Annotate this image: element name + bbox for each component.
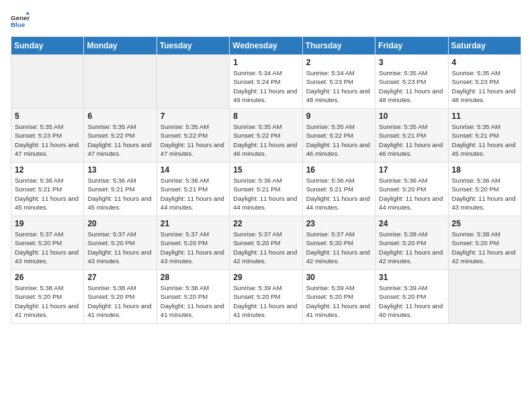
calendar-cell: 18Sunrise: 5:36 AMSunset: 5:20 PMDayligh…	[448, 163, 521, 216]
calendar-cell: 4Sunrise: 5:35 AMSunset: 5:23 PMDaylight…	[448, 55, 521, 109]
calendar-week-row: 5Sunrise: 5:35 AMSunset: 5:23 PMDaylight…	[11, 109, 521, 163]
day-number: 30	[306, 273, 371, 282]
col-header-sunday: Sunday	[11, 37, 84, 55]
day-info: Sunrise: 5:35 AMSunset: 5:22 PMDaylight:…	[233, 122, 298, 158]
day-number: 16	[306, 165, 371, 175]
day-number: 19	[15, 219, 80, 228]
calendar-cell: 25Sunrise: 5:38 AMSunset: 5:20 PMDayligh…	[448, 216, 521, 270]
day-number: 27	[87, 273, 152, 282]
calendar-week-row: 19Sunrise: 5:37 AMSunset: 5:20 PMDayligh…	[11, 216, 521, 270]
calendar-cell: 14Sunrise: 5:36 AMSunset: 5:21 PMDayligh…	[157, 163, 229, 216]
day-info: Sunrise: 5:39 AMSunset: 5:20 PMDaylight:…	[233, 283, 298, 319]
day-number: 23	[306, 219, 371, 228]
col-header-tuesday: Tuesday	[157, 37, 229, 55]
calendar-cell: 6Sunrise: 5:35 AMSunset: 5:22 PMDaylight…	[84, 109, 157, 163]
logo: General Blue	[11, 11, 32, 30]
calendar-cell: 20Sunrise: 5:37 AMSunset: 5:20 PMDayligh…	[84, 216, 157, 270]
day-number: 8	[233, 111, 298, 121]
day-info: Sunrise: 5:38 AMSunset: 5:20 PMDaylight:…	[379, 230, 444, 265]
day-info: Sunrise: 5:36 AMSunset: 5:21 PMDaylight:…	[87, 176, 152, 212]
day-info: Sunrise: 5:36 AMSunset: 5:20 PMDaylight:…	[379, 176, 444, 212]
day-info: Sunrise: 5:39 AMSunset: 5:20 PMDaylight:…	[306, 283, 371, 319]
col-header-thursday: Thursday	[302, 37, 375, 55]
day-number: 11	[452, 111, 517, 121]
day-info: Sunrise: 5:34 AMSunset: 5:24 PMDaylight:…	[233, 68, 298, 104]
calendar-cell: 27Sunrise: 5:38 AMSunset: 5:20 PMDayligh…	[84, 270, 157, 324]
calendar-cell	[157, 55, 229, 109]
day-info: Sunrise: 5:38 AMSunset: 5:20 PMDaylight:…	[161, 283, 226, 319]
calendar-week-row: 1Sunrise: 5:34 AMSunset: 5:24 PMDaylight…	[11, 55, 521, 109]
day-info: Sunrise: 5:37 AMSunset: 5:20 PMDaylight:…	[87, 230, 152, 265]
calendar-table: SundayMondayTuesdayWednesdayThursdayFrid…	[11, 36, 521, 324]
day-number: 25	[452, 219, 517, 228]
col-header-monday: Monday	[84, 37, 157, 55]
calendar-cell: 13Sunrise: 5:36 AMSunset: 5:21 PMDayligh…	[84, 163, 157, 216]
calendar-cell: 23Sunrise: 5:37 AMSunset: 5:20 PMDayligh…	[302, 216, 375, 270]
calendar-cell	[448, 270, 521, 324]
day-info: Sunrise: 5:35 AMSunset: 5:22 PMDaylight:…	[87, 122, 152, 158]
day-info: Sunrise: 5:38 AMSunset: 5:20 PMDaylight:…	[452, 230, 517, 265]
day-info: Sunrise: 5:38 AMSunset: 5:20 PMDaylight:…	[87, 283, 152, 319]
day-number: 4	[452, 58, 517, 67]
day-info: Sunrise: 5:35 AMSunset: 5:22 PMDaylight:…	[306, 122, 371, 158]
day-number: 20	[87, 219, 152, 228]
day-number: 21	[161, 219, 226, 228]
calendar-week-row: 12Sunrise: 5:36 AMSunset: 5:21 PMDayligh…	[11, 163, 521, 216]
day-number: 5	[15, 111, 80, 121]
day-number: 6	[87, 111, 152, 121]
day-number: 26	[15, 273, 80, 282]
day-info: Sunrise: 5:36 AMSunset: 5:21 PMDaylight:…	[15, 176, 80, 212]
day-info: Sunrise: 5:37 AMSunset: 5:20 PMDaylight:…	[233, 230, 298, 265]
day-number: 18	[452, 165, 517, 175]
calendar-cell: 10Sunrise: 5:35 AMSunset: 5:21 PMDayligh…	[375, 109, 448, 163]
day-number: 7	[161, 111, 226, 121]
calendar-cell: 16Sunrise: 5:36 AMSunset: 5:21 PMDayligh…	[302, 163, 375, 216]
calendar-cell: 22Sunrise: 5:37 AMSunset: 5:20 PMDayligh…	[230, 216, 302, 270]
calendar-cell: 31Sunrise: 5:39 AMSunset: 5:20 PMDayligh…	[375, 270, 448, 324]
col-header-friday: Friday	[375, 37, 448, 55]
logo-icon: General Blue	[11, 11, 30, 30]
day-info: Sunrise: 5:36 AMSunset: 5:21 PMDaylight:…	[161, 176, 226, 212]
day-number: 2	[306, 58, 371, 67]
calendar-cell: 30Sunrise: 5:39 AMSunset: 5:20 PMDayligh…	[302, 270, 375, 324]
calendar-cell: 9Sunrise: 5:35 AMSunset: 5:22 PMDaylight…	[302, 109, 375, 163]
day-number: 15	[233, 165, 298, 175]
day-number: 28	[161, 273, 226, 282]
day-number: 9	[306, 111, 371, 121]
day-info: Sunrise: 5:35 AMSunset: 5:23 PMDaylight:…	[15, 122, 80, 158]
day-info: Sunrise: 5:36 AMSunset: 5:21 PMDaylight:…	[233, 176, 298, 212]
calendar-cell: 15Sunrise: 5:36 AMSunset: 5:21 PMDayligh…	[230, 163, 302, 216]
calendar-cell	[11, 55, 84, 109]
calendar-cell: 21Sunrise: 5:37 AMSunset: 5:20 PMDayligh…	[157, 216, 229, 270]
calendar-cell: 17Sunrise: 5:36 AMSunset: 5:20 PMDayligh…	[375, 163, 448, 216]
day-info: Sunrise: 5:34 AMSunset: 5:23 PMDaylight:…	[306, 68, 371, 104]
calendar-cell: 28Sunrise: 5:38 AMSunset: 5:20 PMDayligh…	[157, 270, 229, 324]
day-info: Sunrise: 5:38 AMSunset: 5:20 PMDaylight:…	[15, 283, 80, 319]
day-number: 10	[379, 111, 444, 121]
day-info: Sunrise: 5:36 AMSunset: 5:20 PMDaylight:…	[452, 176, 517, 212]
day-info: Sunrise: 5:35 AMSunset: 5:22 PMDaylight:…	[161, 122, 226, 158]
svg-text:Blue: Blue	[11, 21, 26, 28]
calendar-cell: 29Sunrise: 5:39 AMSunset: 5:20 PMDayligh…	[230, 270, 302, 324]
day-number: 1	[233, 58, 298, 67]
page-header: General Blue	[11, 11, 521, 30]
col-header-saturday: Saturday	[448, 37, 521, 55]
day-info: Sunrise: 5:37 AMSunset: 5:20 PMDaylight:…	[161, 230, 226, 265]
day-info: Sunrise: 5:37 AMSunset: 5:20 PMDaylight:…	[306, 230, 371, 265]
calendar-cell: 12Sunrise: 5:36 AMSunset: 5:21 PMDayligh…	[11, 163, 84, 216]
day-info: Sunrise: 5:36 AMSunset: 5:21 PMDaylight:…	[306, 176, 371, 212]
calendar-header-row: SundayMondayTuesdayWednesdayThursdayFrid…	[11, 37, 521, 55]
day-number: 14	[161, 165, 226, 175]
calendar-cell: 24Sunrise: 5:38 AMSunset: 5:20 PMDayligh…	[375, 216, 448, 270]
day-number: 31	[379, 273, 444, 282]
calendar-cell: 2Sunrise: 5:34 AMSunset: 5:23 PMDaylight…	[302, 55, 375, 109]
day-info: Sunrise: 5:35 AMSunset: 5:23 PMDaylight:…	[379, 68, 444, 104]
day-number: 3	[379, 58, 444, 67]
calendar-week-row: 26Sunrise: 5:38 AMSunset: 5:20 PMDayligh…	[11, 270, 521, 324]
col-header-wednesday: Wednesday	[230, 37, 302, 55]
day-number: 12	[15, 165, 80, 175]
svg-marker-2	[26, 11, 30, 14]
calendar-cell: 1Sunrise: 5:34 AMSunset: 5:24 PMDaylight…	[230, 55, 302, 109]
day-number: 13	[87, 165, 152, 175]
day-info: Sunrise: 5:35 AMSunset: 5:21 PMDaylight:…	[452, 122, 517, 158]
